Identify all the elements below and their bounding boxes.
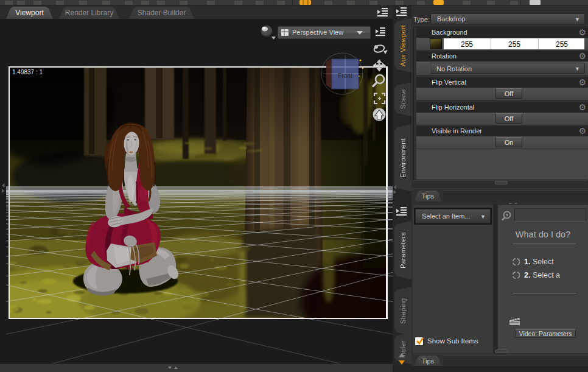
svg-text:Front: Front bbox=[338, 72, 352, 79]
svg-text:1.49837 : 1: 1.49837 : 1 bbox=[12, 69, 43, 75]
svg-text:Perspective View: Perspective View bbox=[292, 29, 343, 36]
